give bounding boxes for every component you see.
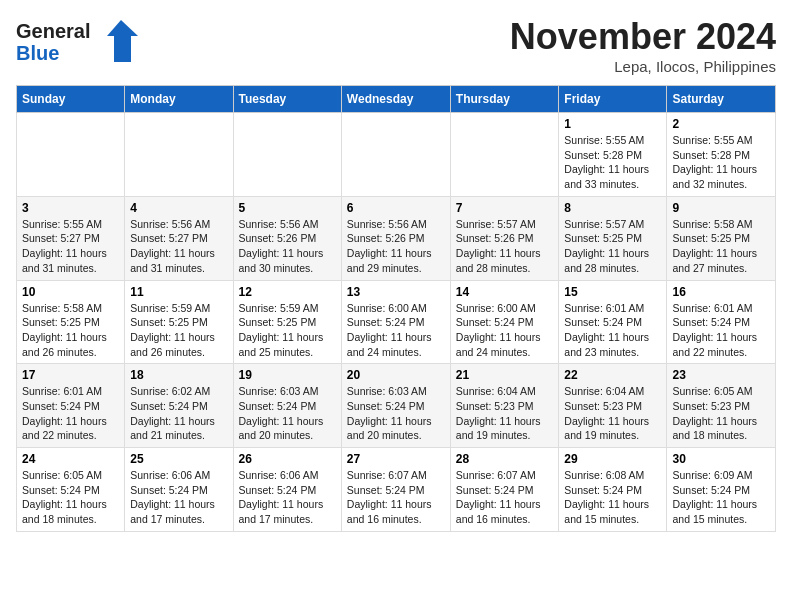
day-number: 27 bbox=[347, 452, 445, 466]
day-info: Sunrise: 5:55 AM Sunset: 5:27 PM Dayligh… bbox=[22, 217, 119, 276]
calendar-cell: 11Sunrise: 5:59 AM Sunset: 5:25 PM Dayli… bbox=[125, 280, 233, 364]
calendar-cell: 12Sunrise: 5:59 AM Sunset: 5:25 PM Dayli… bbox=[233, 280, 341, 364]
day-info: Sunrise: 5:57 AM Sunset: 5:25 PM Dayligh… bbox=[564, 217, 661, 276]
day-info: Sunrise: 5:56 AM Sunset: 5:26 PM Dayligh… bbox=[239, 217, 336, 276]
day-number: 25 bbox=[130, 452, 227, 466]
logo-svg: GeneralBlue bbox=[16, 16, 146, 66]
day-number: 19 bbox=[239, 368, 336, 382]
day-number: 6 bbox=[347, 201, 445, 215]
weekday-header-tuesday: Tuesday bbox=[233, 86, 341, 113]
day-number: 21 bbox=[456, 368, 554, 382]
calendar-week-row: 10Sunrise: 5:58 AM Sunset: 5:25 PM Dayli… bbox=[17, 280, 776, 364]
calendar-cell: 28Sunrise: 6:07 AM Sunset: 5:24 PM Dayli… bbox=[450, 448, 559, 532]
svg-text:Blue: Blue bbox=[16, 42, 59, 64]
calendar-cell: 26Sunrise: 6:06 AM Sunset: 5:24 PM Dayli… bbox=[233, 448, 341, 532]
day-number: 22 bbox=[564, 368, 661, 382]
calendar-cell: 6Sunrise: 5:56 AM Sunset: 5:26 PM Daylig… bbox=[341, 196, 450, 280]
day-number: 15 bbox=[564, 285, 661, 299]
calendar-cell: 17Sunrise: 6:01 AM Sunset: 5:24 PM Dayli… bbox=[17, 364, 125, 448]
day-number: 13 bbox=[347, 285, 445, 299]
day-number: 4 bbox=[130, 201, 227, 215]
day-info: Sunrise: 5:59 AM Sunset: 5:25 PM Dayligh… bbox=[239, 301, 336, 360]
calendar-cell: 22Sunrise: 6:04 AM Sunset: 5:23 PM Dayli… bbox=[559, 364, 667, 448]
day-number: 24 bbox=[22, 452, 119, 466]
calendar-cell: 8Sunrise: 5:57 AM Sunset: 5:25 PM Daylig… bbox=[559, 196, 667, 280]
day-number: 29 bbox=[564, 452, 661, 466]
calendar-week-row: 3Sunrise: 5:55 AM Sunset: 5:27 PM Daylig… bbox=[17, 196, 776, 280]
day-info: Sunrise: 5:58 AM Sunset: 5:25 PM Dayligh… bbox=[22, 301, 119, 360]
calendar-week-row: 1Sunrise: 5:55 AM Sunset: 5:28 PM Daylig… bbox=[17, 113, 776, 197]
weekday-header-friday: Friday bbox=[559, 86, 667, 113]
day-info: Sunrise: 6:02 AM Sunset: 5:24 PM Dayligh… bbox=[130, 384, 227, 443]
calendar-cell: 13Sunrise: 6:00 AM Sunset: 5:24 PM Dayli… bbox=[341, 280, 450, 364]
calendar-week-row: 24Sunrise: 6:05 AM Sunset: 5:24 PM Dayli… bbox=[17, 448, 776, 532]
calendar-cell: 10Sunrise: 5:58 AM Sunset: 5:25 PM Dayli… bbox=[17, 280, 125, 364]
weekday-header-sunday: Sunday bbox=[17, 86, 125, 113]
day-info: Sunrise: 6:01 AM Sunset: 5:24 PM Dayligh… bbox=[672, 301, 770, 360]
day-number: 10 bbox=[22, 285, 119, 299]
calendar-cell bbox=[233, 113, 341, 197]
day-number: 1 bbox=[564, 117, 661, 131]
day-info: Sunrise: 6:09 AM Sunset: 5:24 PM Dayligh… bbox=[672, 468, 770, 527]
day-number: 9 bbox=[672, 201, 770, 215]
day-number: 2 bbox=[672, 117, 770, 131]
day-number: 20 bbox=[347, 368, 445, 382]
calendar-week-row: 17Sunrise: 6:01 AM Sunset: 5:24 PM Dayli… bbox=[17, 364, 776, 448]
calendar-cell: 29Sunrise: 6:08 AM Sunset: 5:24 PM Dayli… bbox=[559, 448, 667, 532]
page-header: GeneralBlue November 2024 Lepa, Ilocos, … bbox=[16, 16, 776, 75]
weekday-header-saturday: Saturday bbox=[667, 86, 776, 113]
day-info: Sunrise: 5:55 AM Sunset: 5:28 PM Dayligh… bbox=[564, 133, 661, 192]
day-info: Sunrise: 6:05 AM Sunset: 5:23 PM Dayligh… bbox=[672, 384, 770, 443]
month-title: November 2024 bbox=[510, 16, 776, 58]
logo: GeneralBlue bbox=[16, 16, 146, 66]
day-number: 14 bbox=[456, 285, 554, 299]
day-number: 8 bbox=[564, 201, 661, 215]
calendar-cell: 15Sunrise: 6:01 AM Sunset: 5:24 PM Dayli… bbox=[559, 280, 667, 364]
calendar-cell bbox=[341, 113, 450, 197]
calendar-cell: 25Sunrise: 6:06 AM Sunset: 5:24 PM Dayli… bbox=[125, 448, 233, 532]
calendar-cell bbox=[125, 113, 233, 197]
day-info: Sunrise: 5:55 AM Sunset: 5:28 PM Dayligh… bbox=[672, 133, 770, 192]
day-info: Sunrise: 6:00 AM Sunset: 5:24 PM Dayligh… bbox=[347, 301, 445, 360]
calendar-cell: 24Sunrise: 6:05 AM Sunset: 5:24 PM Dayli… bbox=[17, 448, 125, 532]
calendar-cell: 23Sunrise: 6:05 AM Sunset: 5:23 PM Dayli… bbox=[667, 364, 776, 448]
calendar-cell: 18Sunrise: 6:02 AM Sunset: 5:24 PM Dayli… bbox=[125, 364, 233, 448]
day-info: Sunrise: 6:07 AM Sunset: 5:24 PM Dayligh… bbox=[456, 468, 554, 527]
calendar-cell: 19Sunrise: 6:03 AM Sunset: 5:24 PM Dayli… bbox=[233, 364, 341, 448]
day-number: 16 bbox=[672, 285, 770, 299]
day-info: Sunrise: 6:01 AM Sunset: 5:24 PM Dayligh… bbox=[564, 301, 661, 360]
day-info: Sunrise: 6:07 AM Sunset: 5:24 PM Dayligh… bbox=[347, 468, 445, 527]
day-info: Sunrise: 5:59 AM Sunset: 5:25 PM Dayligh… bbox=[130, 301, 227, 360]
day-info: Sunrise: 6:01 AM Sunset: 5:24 PM Dayligh… bbox=[22, 384, 119, 443]
calendar-cell: 20Sunrise: 6:03 AM Sunset: 5:24 PM Dayli… bbox=[341, 364, 450, 448]
day-number: 7 bbox=[456, 201, 554, 215]
day-number: 23 bbox=[672, 368, 770, 382]
day-info: Sunrise: 5:57 AM Sunset: 5:26 PM Dayligh… bbox=[456, 217, 554, 276]
day-info: Sunrise: 6:06 AM Sunset: 5:24 PM Dayligh… bbox=[239, 468, 336, 527]
day-info: Sunrise: 6:00 AM Sunset: 5:24 PM Dayligh… bbox=[456, 301, 554, 360]
day-info: Sunrise: 6:03 AM Sunset: 5:24 PM Dayligh… bbox=[347, 384, 445, 443]
day-info: Sunrise: 6:04 AM Sunset: 5:23 PM Dayligh… bbox=[456, 384, 554, 443]
calendar-cell: 9Sunrise: 5:58 AM Sunset: 5:25 PM Daylig… bbox=[667, 196, 776, 280]
weekday-header-monday: Monday bbox=[125, 86, 233, 113]
calendar-cell: 1Sunrise: 5:55 AM Sunset: 5:28 PM Daylig… bbox=[559, 113, 667, 197]
day-number: 30 bbox=[672, 452, 770, 466]
calendar-cell: 4Sunrise: 5:56 AM Sunset: 5:27 PM Daylig… bbox=[125, 196, 233, 280]
calendar-cell: 21Sunrise: 6:04 AM Sunset: 5:23 PM Dayli… bbox=[450, 364, 559, 448]
calendar-cell bbox=[17, 113, 125, 197]
weekday-header-wednesday: Wednesday bbox=[341, 86, 450, 113]
calendar-cell bbox=[450, 113, 559, 197]
calendar-cell: 27Sunrise: 6:07 AM Sunset: 5:24 PM Dayli… bbox=[341, 448, 450, 532]
day-info: Sunrise: 6:05 AM Sunset: 5:24 PM Dayligh… bbox=[22, 468, 119, 527]
day-number: 12 bbox=[239, 285, 336, 299]
day-info: Sunrise: 5:56 AM Sunset: 5:27 PM Dayligh… bbox=[130, 217, 227, 276]
calendar-cell: 7Sunrise: 5:57 AM Sunset: 5:26 PM Daylig… bbox=[450, 196, 559, 280]
title-block: November 2024 Lepa, Ilocos, Philippines bbox=[510, 16, 776, 75]
day-info: Sunrise: 6:06 AM Sunset: 5:24 PM Dayligh… bbox=[130, 468, 227, 527]
calendar-cell: 30Sunrise: 6:09 AM Sunset: 5:24 PM Dayli… bbox=[667, 448, 776, 532]
svg-text:General: General bbox=[16, 20, 90, 42]
calendar-cell: 5Sunrise: 5:56 AM Sunset: 5:26 PM Daylig… bbox=[233, 196, 341, 280]
day-number: 3 bbox=[22, 201, 119, 215]
weekday-header-row: SundayMondayTuesdayWednesdayThursdayFrid… bbox=[17, 86, 776, 113]
day-info: Sunrise: 5:56 AM Sunset: 5:26 PM Dayligh… bbox=[347, 217, 445, 276]
